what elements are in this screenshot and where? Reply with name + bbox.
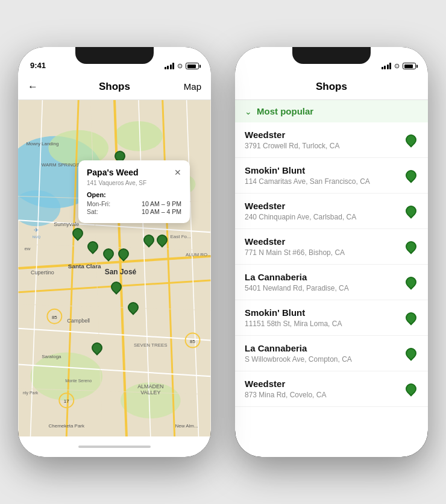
shop-list-screen: ⌄ Most popular Weedster 3791 Crowell Rd,… xyxy=(235,100,428,457)
most-popular-banner[interactable]: ⌄ Most popular xyxy=(235,100,428,122)
shop-name: Weedster xyxy=(245,201,404,211)
svg-text:85: 85 xyxy=(52,315,57,320)
map-marker[interactable] xyxy=(157,235,170,248)
svg-text:NUQ: NUQ xyxy=(33,235,41,239)
map-marker[interactable] xyxy=(87,241,101,254)
shop-name: La Cannaberia xyxy=(245,343,404,353)
list-item[interactable]: Smokin' Blunt 11151 58th St, Mira Loma, … xyxy=(235,300,428,336)
map-toggle-button[interactable]: Map xyxy=(184,81,201,92)
shop-name: Weedster xyxy=(245,236,404,247)
shop-address: 11151 58th St, Mira Loma, CA xyxy=(245,320,404,328)
location-pin-icon xyxy=(404,133,418,147)
shop-info: Weedster 771 N Main St #66, Bishop, CA xyxy=(245,236,404,257)
filter-label: Most popular xyxy=(257,106,313,116)
shop-name: La Cannaberia xyxy=(245,272,404,282)
svg-text:Mowry Landing: Mowry Landing xyxy=(26,141,58,146)
shop-address: 3791 Crowell Rd, Turlock, CA xyxy=(245,142,404,150)
right-phone-screen: ⊙ Shops ⌄ Most popular xyxy=(235,47,428,457)
right-status-icons: ⊙ xyxy=(382,62,416,70)
map-marker[interactable] xyxy=(128,302,141,315)
left-time: 9:41 xyxy=(30,61,46,70)
left-phone: 9:41 ⊙ ← Shops Ma xyxy=(18,47,211,457)
svg-text:Monte Sereno: Monte Sereno xyxy=(65,379,92,383)
shop-name: Weedster xyxy=(245,130,404,140)
location-pin-icon xyxy=(404,346,418,361)
map-marker[interactable] xyxy=(72,228,86,241)
popup-address: 141 Vaqueros Ave, SF xyxy=(87,180,181,186)
right-battery-icon xyxy=(403,63,416,69)
shop-address: 240 Chinquapin Ave, Carlsbad, CA xyxy=(245,213,404,221)
popup-close-button[interactable]: ✕ xyxy=(174,168,181,177)
shop-info: Weedster 873 Mina Rd, Covelo, CA xyxy=(245,379,404,399)
svg-text:nty Park: nty Park xyxy=(23,391,39,395)
back-button[interactable]: ← xyxy=(28,81,38,93)
shop-name: Weedster xyxy=(245,379,404,389)
svg-text:Campbell: Campbell xyxy=(67,318,90,324)
svg-text:San José: San José xyxy=(105,268,137,276)
notch-right xyxy=(292,47,371,64)
map-marker[interactable] xyxy=(118,248,131,262)
right-nav-bar: Shops xyxy=(235,74,428,100)
shop-info: La Cannaberia S Willowbrook Ave, Compton… xyxy=(245,343,404,364)
shop-info: La Cannaberia 5401 Newland Rd, Paradise,… xyxy=(245,272,404,292)
list-item[interactable]: Weedster 771 N Main St #66, Bishop, CA xyxy=(235,229,428,265)
list-item[interactable]: La Cannaberia 5401 Newland Rd, Paradise,… xyxy=(235,265,428,300)
svg-text:Chemeketa Park: Chemeketa Park xyxy=(49,423,84,429)
shop-info: Weedster 3791 Crowell Rd, Turlock, CA xyxy=(245,130,404,150)
svg-text:WARM SPRINGS: WARM SPRINGS xyxy=(42,162,80,168)
svg-text:New Alm...: New Alm... xyxy=(175,423,198,429)
map-marker[interactable] xyxy=(111,282,124,295)
right-phone: ⊙ Shops ⌄ Most popular xyxy=(235,47,428,457)
svg-text:ew: ew xyxy=(24,246,30,251)
list-item[interactable]: Weedster 3791 Crowell Rd, Turlock, CA xyxy=(235,122,428,158)
shop-name: Smokin' Blunt xyxy=(245,165,404,175)
popup-hours-day-2: Sat: xyxy=(87,208,117,215)
popup-hours-day-1: Mon-Fri: xyxy=(87,200,117,207)
list-item[interactable]: Smokin' Blunt 114 Camaritas Ave, San Fra… xyxy=(235,158,428,194)
svg-text:Saratoga: Saratoga xyxy=(42,354,61,359)
list-item[interactable]: La Cannaberia S Willowbrook Ave, Compton… xyxy=(235,336,428,371)
svg-text:17: 17 xyxy=(64,398,69,404)
popup-hours-row-2: Sat: 10 AM – 4 PM xyxy=(87,208,181,215)
map-marker[interactable] xyxy=(143,235,157,248)
list-item[interactable]: Weedster 240 Chinquapin Ave, Carlsbad, C… xyxy=(235,194,428,229)
notch-left xyxy=(75,47,154,64)
svg-text:East Fo...: East Fo... xyxy=(171,234,191,239)
left-home-indicator xyxy=(18,436,211,457)
map-marker[interactable] xyxy=(92,342,105,356)
popup-shop-name: Papa's Weed xyxy=(87,168,139,177)
wifi-icon: ⊙ xyxy=(177,62,183,70)
location-pin-icon xyxy=(404,239,418,254)
location-pin-icon xyxy=(404,275,418,289)
popup-hours-label: Open: xyxy=(87,191,181,198)
right-wifi-icon: ⊙ xyxy=(394,62,400,70)
shop-info: Smokin' Blunt 114 Camaritas Ave, San Fra… xyxy=(245,165,404,186)
map-marker[interactable] xyxy=(103,248,116,262)
svg-text:VALLEY: VALLEY xyxy=(140,389,160,395)
shop-info: Weedster 240 Chinquapin Ave, Carlsbad, C… xyxy=(245,201,404,221)
svg-text:SEVEN TREES: SEVEN TREES xyxy=(134,342,168,348)
shop-popup: Papa's Weed ✕ 141 Vaqueros Ave, SF Open:… xyxy=(78,160,190,223)
shop-list: Weedster 3791 Crowell Rd, Turlock, CA Sm… xyxy=(235,122,428,457)
list-item[interactable]: Weedster 873 Mina Rd, Covelo, CA xyxy=(235,371,428,407)
left-phone-screen: 9:41 ⊙ ← Shops Ma xyxy=(18,47,211,457)
shop-address: 771 N Main St #66, Bishop, CA xyxy=(245,248,404,257)
shop-address: 5401 Newland Rd, Paradise, CA xyxy=(245,284,404,292)
svg-text:✈: ✈ xyxy=(34,227,39,233)
svg-text:Cupertino: Cupertino xyxy=(31,269,54,276)
svg-text:Santa Clara: Santa Clara xyxy=(68,263,101,269)
location-pin-icon xyxy=(404,168,418,183)
right-signal-icon xyxy=(382,63,392,69)
signal-icon xyxy=(165,63,175,69)
popup-hours-row-1: Mon-Fri: 10 AM – 9 PM xyxy=(87,200,181,207)
svg-text:85: 85 xyxy=(190,339,195,344)
svg-text:ALMADEN: ALMADEN xyxy=(137,383,163,389)
svg-text:Sunnyvale: Sunnyvale xyxy=(54,221,79,227)
location-pin-icon xyxy=(404,310,418,325)
battery-icon xyxy=(186,63,199,69)
shop-name: Smokin' Blunt xyxy=(245,307,404,318)
location-pin-icon xyxy=(404,382,418,396)
map-container[interactable]: 85 85 17 Sunnyvale San José Santa Clara … xyxy=(18,100,211,436)
left-page-title: Shops xyxy=(99,81,130,93)
popup-header: Papa's Weed ✕ xyxy=(87,168,181,177)
